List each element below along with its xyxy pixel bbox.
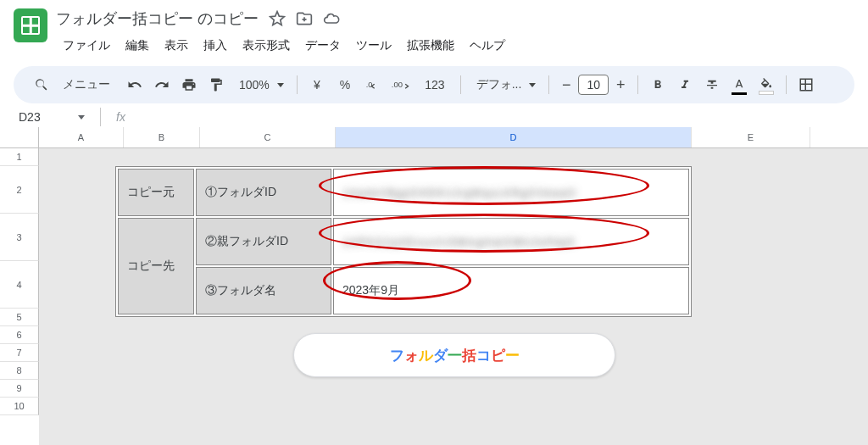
row-header[interactable]: 9 xyxy=(0,380,39,398)
star-icon[interactable] xyxy=(269,10,286,27)
row-header[interactable]: 4 xyxy=(0,261,39,309)
row-header[interactable]: 1 xyxy=(0,148,39,166)
folder-bulk-copy-button[interactable]: フォルダ一括コピー xyxy=(293,333,615,377)
cell-B2[interactable]: コピー元 xyxy=(118,169,194,216)
menu-insert[interactable]: 挿入 xyxy=(197,35,234,57)
cell-D4[interactable]: 2023年9月 xyxy=(333,267,689,314)
zoom-dropdown[interactable]: 100% xyxy=(231,72,290,97)
doc-title[interactable]: フォルダー括コピー のコピー xyxy=(56,8,259,29)
text-color-button[interactable] xyxy=(726,72,752,97)
borders-button[interactable] xyxy=(793,72,819,97)
menu-view[interactable]: 表示 xyxy=(158,35,195,57)
menu-extensions[interactable]: 拡張機能 xyxy=(400,35,461,57)
cell-C4[interactable]: ③フォルダ名 xyxy=(196,267,331,314)
font-size-increase[interactable]: + xyxy=(610,76,631,94)
menu-file[interactable]: ファイル xyxy=(56,35,117,57)
col-header-C[interactable]: C xyxy=(200,127,336,147)
row-header[interactable]: 3 xyxy=(0,214,39,261)
row-header[interactable]: 10 xyxy=(0,398,39,415)
name-box[interactable]: D23 xyxy=(14,107,90,127)
paint-format-icon[interactable] xyxy=(203,72,229,97)
cell-D3[interactable]: 1HPKG2qXEnuuVv5MmgHatOMlv3xPdp5 xyxy=(333,218,689,265)
menubar: ファイル 編集 表示 挿入 表示形式 データ ツール 拡張機能 ヘルプ xyxy=(56,34,854,58)
search-icon[interactable] xyxy=(29,72,54,97)
sheets-logo[interactable] xyxy=(14,8,47,42)
row-header[interactable]: 8 xyxy=(0,362,39,380)
grid-body[interactable]: コピー元 ①フォルダID 1Ha4eVBgpOHDKUJrgWquLKRgOVe… xyxy=(39,148,868,445)
cell-C2[interactable]: ①フォルダID xyxy=(196,169,331,216)
font-size-decrease[interactable]: − xyxy=(556,76,576,94)
col-header-A[interactable]: A xyxy=(39,127,124,147)
row-header[interactable]: 5 xyxy=(0,309,39,326)
formula-bar[interactable] xyxy=(131,107,854,127)
col-header-D[interactable]: D xyxy=(336,127,692,147)
number-format-button[interactable]: 123 xyxy=(416,72,453,97)
col-header-B[interactable]: B xyxy=(124,127,200,147)
menu-tools[interactable]: ツール xyxy=(349,35,398,57)
row-header[interactable]: 2 xyxy=(0,166,39,214)
increase-decimal-button[interactable]: .00 xyxy=(387,72,415,97)
font-dropdown[interactable]: デフォ... xyxy=(468,72,542,97)
data-table: コピー元 ①フォルダID 1Ha4eVBgpOHDKUJrgWquLKRgOVe… xyxy=(115,166,692,317)
decrease-decimal-button[interactable]: .0 xyxy=(360,72,386,97)
col-header-E[interactable]: E xyxy=(692,127,810,147)
cell-D2[interactable]: 1Ha4eVBgpOHDKUJrgWquLKRgOVewaO xyxy=(333,169,689,216)
percent-button[interactable]: % xyxy=(331,72,359,97)
menu-help[interactable]: ヘルプ xyxy=(463,35,512,57)
cloud-saved-icon[interactable] xyxy=(323,10,340,27)
cell-B3[interactable]: コピー先 xyxy=(118,218,194,314)
redo-icon[interactable] xyxy=(149,72,175,97)
menu-edit[interactable]: 編集 xyxy=(119,35,156,57)
svg-text:.00: .00 xyxy=(392,80,403,89)
fx-icon: fx xyxy=(116,110,125,124)
print-icon[interactable] xyxy=(176,72,202,97)
menu-format[interactable]: 表示形式 xyxy=(236,35,297,57)
strikethrough-button[interactable] xyxy=(699,72,725,97)
row-header[interactable]: 7 xyxy=(0,344,39,362)
select-all-corner[interactable] xyxy=(0,127,39,147)
row-header[interactable]: 6 xyxy=(0,326,39,344)
toolbar: メニュー 100% ¥ % .0 .00 123 デフォ... − 10 + xyxy=(14,66,854,103)
svg-text:.0: .0 xyxy=(366,81,373,89)
move-icon[interactable] xyxy=(296,10,313,27)
cell-C3[interactable]: ②親フォルダID xyxy=(196,218,331,265)
bold-button[interactable] xyxy=(645,72,670,97)
menu-data[interactable]: データ xyxy=(298,35,348,57)
fill-color-button[interactable] xyxy=(754,72,779,97)
menu-search-label[interactable]: メニュー xyxy=(58,77,115,92)
italic-button[interactable] xyxy=(672,72,698,97)
currency-button[interactable]: ¥ xyxy=(304,72,330,97)
undo-icon[interactable] xyxy=(122,72,147,97)
font-size-input[interactable]: 10 xyxy=(578,75,609,95)
